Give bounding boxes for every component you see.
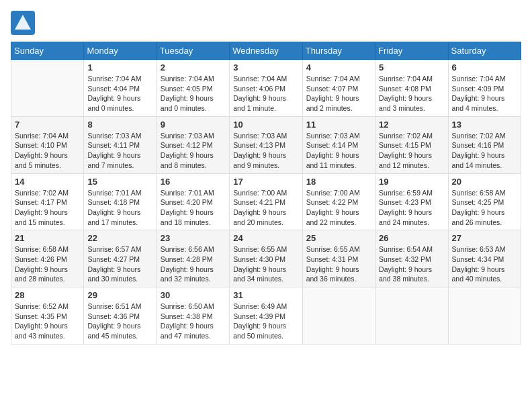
header-wednesday: Wednesday	[230, 42, 302, 60]
calendar-cell: 16Sunrise: 7:01 AMSunset: 4:20 PMDayligh…	[157, 173, 229, 230]
cell-info: Sunrise: 6:55 AMSunset: 4:31 PMDaylight:…	[306, 244, 371, 284]
calendar-cell: 27Sunrise: 6:53 AMSunset: 4:34 PMDayligh…	[448, 230, 521, 287]
day-number: 27	[452, 233, 517, 243]
day-number: 13	[452, 120, 517, 130]
daylight-text: Daylight: 9 hours and 4 minutes.	[452, 94, 505, 112]
sunrise-text: Sunrise: 7:04 AM	[233, 75, 287, 83]
sunset-text: Sunset: 4:16 PM	[452, 141, 504, 149]
header-thursday: Thursday	[302, 42, 375, 60]
sunrise-text: Sunrise: 6:56 AM	[161, 245, 214, 253]
calendar-cell: 28Sunrise: 6:52 AMSunset: 4:35 PMDayligh…	[11, 287, 84, 345]
calendar-cell: 12Sunrise: 7:02 AMSunset: 4:15 PMDayligh…	[375, 116, 448, 173]
sunrise-text: Sunrise: 7:03 AM	[161, 132, 214, 140]
calendar-cell: 1Sunrise: 7:04 AMSunset: 4:04 PMDaylight…	[84, 60, 157, 117]
day-number: 25	[306, 233, 371, 243]
calendar-cell: 19Sunrise: 6:59 AMSunset: 4:23 PMDayligh…	[375, 173, 448, 230]
calendar-cell	[448, 287, 521, 345]
daylight-text: Daylight: 9 hours and 20 minutes.	[233, 208, 286, 226]
sunset-text: Sunset: 4:32 PM	[379, 255, 431, 263]
calendar-cell: 18Sunrise: 7:00 AMSunset: 4:22 PMDayligh…	[302, 173, 375, 230]
day-number: 22	[87, 233, 152, 243]
calendar-cell	[11, 60, 84, 117]
calendar-cell: 7Sunrise: 7:04 AMSunset: 4:10 PMDaylight…	[11, 116, 84, 173]
sunset-text: Sunset: 4:06 PM	[233, 85, 285, 93]
cell-info: Sunrise: 7:03 AMSunset: 4:13 PMDaylight:…	[233, 131, 298, 171]
calendar-cell: 25Sunrise: 6:55 AMSunset: 4:31 PMDayligh…	[302, 230, 375, 287]
cell-info: Sunrise: 7:04 AMSunset: 4:06 PMDaylight:…	[233, 74, 298, 113]
calendar-cell: 24Sunrise: 6:55 AMSunset: 4:30 PMDayligh…	[230, 230, 302, 287]
cell-info: Sunrise: 6:52 AMSunset: 4:35 PMDaylight:…	[15, 302, 80, 341]
daylight-text: Daylight: 9 hours and 28 minutes.	[15, 265, 68, 283]
header-tuesday: Tuesday	[157, 42, 229, 60]
day-number: 24	[233, 233, 298, 243]
daylight-text: Daylight: 9 hours and 7 minutes.	[87, 151, 140, 169]
cell-info: Sunrise: 7:03 AMSunset: 4:14 PMDaylight:…	[306, 131, 371, 171]
day-number: 12	[379, 120, 444, 130]
cell-info: Sunrise: 7:03 AMSunset: 4:12 PMDaylight:…	[161, 131, 226, 171]
sunset-text: Sunset: 4:38 PM	[161, 312, 213, 320]
cell-info: Sunrise: 6:57 AMSunset: 4:27 PMDaylight:…	[87, 244, 152, 284]
sunrise-text: Sunrise: 7:02 AM	[15, 189, 69, 197]
sunrise-text: Sunrise: 6:49 AM	[233, 302, 287, 310]
daylight-text: Daylight: 9 hours and 2 minutes.	[306, 94, 359, 112]
sunset-text: Sunset: 4:15 PM	[379, 141, 431, 149]
sunrise-text: Sunrise: 6:55 AM	[306, 245, 360, 253]
sunset-text: Sunset: 4:26 PM	[15, 255, 67, 263]
daylight-text: Daylight: 9 hours and 40 minutes.	[452, 265, 505, 283]
sunrise-text: Sunrise: 6:58 AM	[452, 189, 506, 197]
sunset-text: Sunset: 4:08 PM	[379, 85, 431, 93]
calendar-cell	[302, 287, 375, 345]
cell-info: Sunrise: 7:04 AMSunset: 4:04 PMDaylight:…	[87, 74, 152, 113]
calendar-cell: 20Sunrise: 6:58 AMSunset: 4:25 PMDayligh…	[448, 173, 521, 230]
calendar-week-row: 21Sunrise: 6:58 AMSunset: 4:26 PMDayligh…	[11, 230, 521, 287]
daylight-text: Daylight: 9 hours and 9 minutes.	[233, 151, 286, 169]
calendar-cell: 22Sunrise: 6:57 AMSunset: 4:27 PMDayligh…	[84, 230, 157, 287]
daylight-text: Daylight: 9 hours and 45 minutes.	[87, 322, 140, 340]
daylight-text: Daylight: 9 hours and 34 minutes.	[233, 265, 286, 283]
daylight-text: Daylight: 9 hours and 5 minutes.	[15, 151, 68, 169]
calendar-week-row: 7Sunrise: 7:04 AMSunset: 4:10 PMDaylight…	[11, 116, 521, 173]
sunset-text: Sunset: 4:17 PM	[15, 198, 67, 206]
sunrise-text: Sunrise: 7:03 AM	[233, 132, 287, 140]
cell-info: Sunrise: 6:49 AMSunset: 4:39 PMDaylight:…	[233, 302, 298, 341]
cell-info: Sunrise: 6:59 AMSunset: 4:23 PMDaylight:…	[379, 188, 444, 228]
cell-info: Sunrise: 7:01 AMSunset: 4:18 PMDaylight:…	[87, 188, 152, 228]
daylight-text: Daylight: 9 hours and 0 minutes.	[161, 94, 214, 112]
calendar-cell: 9Sunrise: 7:03 AMSunset: 4:12 PMDaylight…	[157, 116, 229, 173]
day-number: 23	[161, 233, 226, 243]
calendar-cell: 17Sunrise: 7:00 AMSunset: 4:21 PMDayligh…	[230, 173, 302, 230]
calendar-cell: 5Sunrise: 7:04 AMSunset: 4:08 PMDaylight…	[375, 60, 448, 117]
calendar-cell: 14Sunrise: 7:02 AMSunset: 4:17 PMDayligh…	[11, 173, 84, 230]
header-friday: Friday	[375, 42, 448, 60]
day-number: 19	[379, 177, 444, 187]
sunset-text: Sunset: 4:13 PM	[233, 141, 285, 149]
daylight-text: Daylight: 9 hours and 17 minutes.	[87, 208, 140, 226]
calendar-week-row: 28Sunrise: 6:52 AMSunset: 4:35 PMDayligh…	[11, 287, 521, 345]
daylight-text: Daylight: 9 hours and 30 minutes.	[87, 265, 140, 283]
day-number: 8	[87, 120, 152, 130]
calendar-cell: 21Sunrise: 6:58 AMSunset: 4:26 PMDayligh…	[11, 230, 84, 287]
day-number: 10	[233, 120, 298, 130]
sunset-text: Sunset: 4:34 PM	[452, 255, 504, 263]
day-number: 30	[161, 290, 226, 300]
sunrise-text: Sunrise: 7:04 AM	[452, 75, 506, 83]
daylight-text: Daylight: 9 hours and 3 minutes.	[379, 94, 432, 112]
sunset-text: Sunset: 4:23 PM	[379, 198, 431, 206]
day-number: 20	[452, 177, 517, 187]
calendar-cell: 10Sunrise: 7:03 AMSunset: 4:13 PMDayligh…	[230, 116, 302, 173]
cell-info: Sunrise: 7:04 AMSunset: 4:05 PMDaylight:…	[161, 74, 226, 113]
sunset-text: Sunset: 4:12 PM	[161, 141, 213, 149]
sunrise-text: Sunrise: 7:03 AM	[87, 132, 141, 140]
sunrise-text: Sunrise: 6:51 AM	[87, 302, 141, 310]
daylight-text: Daylight: 9 hours and 1 minute.	[233, 94, 286, 112]
sunset-text: Sunset: 4:10 PM	[15, 141, 67, 149]
cell-info: Sunrise: 7:04 AMSunset: 4:10 PMDaylight:…	[15, 131, 80, 171]
cell-info: Sunrise: 7:02 AMSunset: 4:16 PMDaylight:…	[452, 131, 517, 171]
day-number: 11	[306, 120, 371, 130]
sunrise-text: Sunrise: 7:01 AM	[161, 189, 214, 197]
daylight-text: Daylight: 9 hours and 50 minutes.	[233, 322, 286, 340]
day-number: 6	[452, 62, 517, 73]
cell-info: Sunrise: 6:51 AMSunset: 4:36 PMDaylight:…	[87, 302, 152, 341]
daylight-text: Daylight: 9 hours and 15 minutes.	[15, 208, 68, 226]
sunset-text: Sunset: 4:28 PM	[161, 255, 213, 263]
